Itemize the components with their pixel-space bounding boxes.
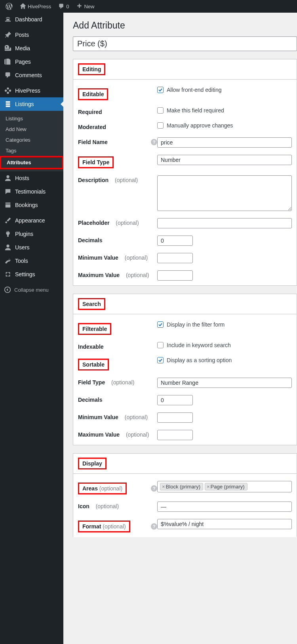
hosts-icon — [4, 175, 12, 182]
optional-text: (optional) — [111, 379, 134, 386]
calendar-icon — [4, 201, 12, 209]
label-filterable: Filterable — [78, 323, 111, 335]
label-moderated: Moderated — [78, 124, 106, 130]
new-content[interactable]: New — [74, 0, 97, 13]
checkbox-editable-label: Allow front-end editing — [167, 87, 222, 93]
select-areas[interactable]: ×Block (primary) ×Page (primary) — [157, 481, 292, 492]
help-icon[interactable]: ? — [151, 139, 157, 145]
input-search-decimals[interactable] — [157, 395, 193, 405]
menu-users[interactable]: Users — [0, 241, 63, 254]
menu-pages[interactable]: Pages — [0, 55, 63, 68]
media-icon — [4, 45, 12, 52]
checkbox-filterable[interactable] — [157, 321, 164, 328]
menu-comments[interactable]: Comments — [0, 68, 63, 82]
input-placeholder[interactable] — [157, 218, 292, 228]
menu-listings-label: Listings — [15, 101, 34, 107]
checkbox-required[interactable] — [157, 107, 164, 114]
menu-plugins[interactable]: Plugins — [0, 227, 63, 241]
collapse-label: Collapse menu — [14, 287, 49, 293]
select-search-field-type[interactable]: Number Range — [157, 378, 292, 388]
menu-appearance[interactable]: Appearance — [0, 214, 63, 227]
plug-icon — [4, 230, 12, 237]
new-label: New — [84, 4, 94, 9]
home-icon — [20, 3, 26, 9]
label-decimals: Decimals — [78, 237, 102, 243]
input-decimals[interactable] — [157, 236, 193, 246]
close-icon[interactable]: × — [207, 484, 210, 490]
label-description: Description — [78, 177, 109, 183]
input-search-max[interactable] — [157, 430, 193, 440]
label-editable: Editable — [78, 88, 108, 100]
menu-testimonials[interactable]: Testimonials — [0, 185, 63, 198]
menu-users-label: Users — [15, 244, 30, 251]
comments-count[interactable]: 0 — [56, 0, 71, 13]
close-icon[interactable]: × — [162, 484, 165, 490]
brush-icon — [4, 217, 12, 224]
menu-settings[interactable]: Settings — [0, 268, 63, 281]
textarea-description[interactable] — [157, 175, 292, 211]
admin-bar: HivePress 0 New — [0, 0, 297, 13]
submenu-tags[interactable]: Tags — [0, 145, 63, 156]
label-required: Required — [78, 109, 102, 115]
menu-settings-label: Settings — [15, 271, 35, 277]
section-display: Display Areas (optional)? ×Block (primar… — [73, 453, 297, 537]
submenu-listings-all[interactable]: Listings — [0, 113, 63, 124]
input-max-value[interactable] — [157, 270, 193, 281]
menu-posts-label: Posts — [15, 32, 29, 38]
tag-page-primary[interactable]: ×Page (primary) — [205, 483, 248, 490]
hivepress-icon — [4, 87, 12, 94]
optional-text: (optional) — [125, 414, 148, 420]
checkbox-moderated[interactable] — [157, 122, 164, 129]
checkbox-indexable[interactable] — [157, 342, 164, 348]
submenu-listings: Listings Add New Categories Tags Attribu… — [0, 111, 63, 171]
checkbox-required-label: Make this field required — [167, 107, 224, 114]
input-search-min[interactable] — [157, 412, 193, 423]
site-home[interactable]: HivePress — [17, 0, 53, 13]
collapse-menu[interactable]: Collapse menu — [0, 283, 63, 296]
help-icon[interactable]: ? — [151, 523, 157, 530]
submenu-categories[interactable]: Categories — [0, 135, 63, 145]
comment-icon — [58, 3, 65, 9]
label-max-value: Maximum Value — [78, 272, 120, 278]
select-icon[interactable]: — — [157, 502, 292, 512]
submenu-attributes[interactable]: Attributes — [1, 157, 62, 168]
menu-bookings-label: Bookings — [15, 202, 38, 208]
menu-posts[interactable]: Posts — [0, 28, 63, 42]
comment-icon — [4, 72, 12, 79]
page-icon — [4, 58, 12, 65]
menu-dashboard[interactable]: Dashboard — [0, 13, 63, 26]
help-icon[interactable]: ? — [151, 485, 157, 492]
menu-hivepress[interactable]: HivePress — [0, 84, 63, 97]
select-field-type[interactable]: Number — [157, 155, 292, 165]
checkbox-sortable[interactable] — [157, 357, 164, 363]
optional-text: (optional) — [103, 523, 126, 530]
submenu-add-new[interactable]: Add New — [0, 124, 63, 135]
label-field-type: Field Type — [78, 156, 114, 168]
section-search: Search Filterable Display in the filter … — [73, 294, 297, 445]
menu-testimonials-label: Testimonials — [15, 188, 46, 195]
input-field-name[interactable] — [157, 137, 292, 148]
menu-bookings[interactable]: Bookings — [0, 198, 63, 212]
input-min-value[interactable] — [157, 253, 193, 263]
section-editing-title: Editing — [78, 63, 105, 75]
menu-plugins-label: Plugins — [15, 231, 33, 237]
plus-icon — [76, 3, 82, 9]
tag-block-primary[interactable]: ×Block (primary) — [160, 483, 203, 490]
checkbox-editable[interactable] — [157, 87, 164, 93]
menu-dashboard-label: Dashboard — [15, 16, 42, 23]
menu-media-label: Media — [15, 45, 30, 51]
settings-icon — [4, 271, 12, 278]
wp-logo[interactable] — [3, 0, 15, 13]
menu-tools-label: Tools — [15, 258, 28, 264]
label-format: Format — [82, 523, 101, 530]
collapse-icon — [4, 286, 11, 293]
optional-text: (optional) — [126, 431, 149, 438]
menu-hosts[interactable]: Hosts — [0, 171, 63, 185]
user-icon — [4, 244, 12, 251]
input-format[interactable] — [157, 519, 292, 529]
menu-listings[interactable]: Listings — [0, 97, 63, 111]
menu-tools[interactable]: Tools — [0, 254, 63, 268]
menu-media[interactable]: Media — [0, 42, 63, 55]
menu-comments-label: Comments — [15, 72, 42, 78]
title-input[interactable] — [73, 36, 297, 51]
